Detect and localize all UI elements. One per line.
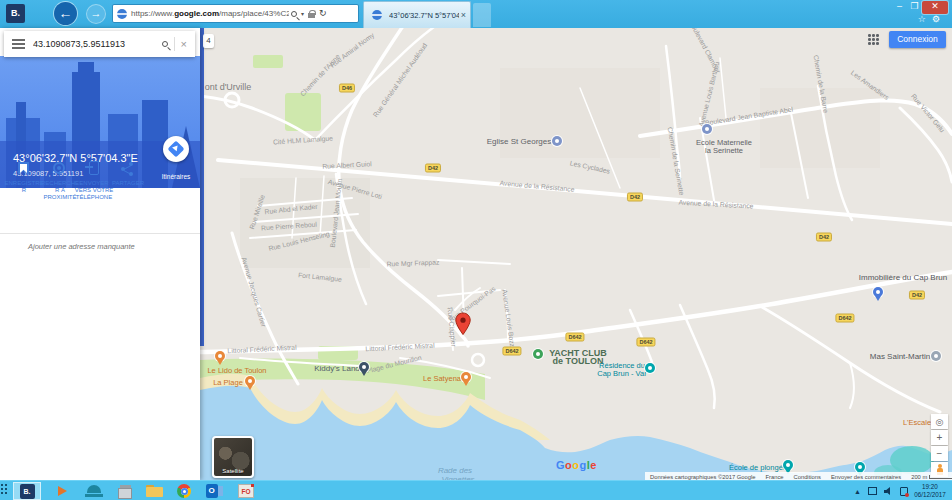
back-button[interactable]: ←	[54, 2, 77, 25]
file-stack-icon	[118, 485, 134, 498]
clear-search-icon[interactable]: ×	[181, 38, 187, 50]
send-to-phone-icon	[89, 161, 99, 175]
road-badge: D642	[636, 338, 655, 347]
url-text[interactable]: https://www.google.com/maps/place/43%C2%…	[131, 9, 289, 18]
save-button[interactable]: ENREGISTRER	[4, 160, 44, 194]
server-dome-icon	[85, 485, 103, 497]
road-badge: D42	[425, 164, 441, 173]
start-button[interactable]	[1, 484, 9, 498]
sign-in-button[interactable]: Connexion	[889, 31, 946, 48]
tab-title: 43°06'32.7"N 5°57'04.3"E - ...	[389, 11, 459, 20]
my-location-button[interactable]	[931, 414, 948, 429]
terms-link[interactable]: Conditions	[794, 474, 821, 480]
poi-pin-icon[interactable]	[931, 351, 941, 361]
lock-icon	[308, 13, 315, 18]
taskbar-item-b-app[interactable]: B.	[13, 482, 41, 500]
directions-label: Itinéraires	[148, 173, 200, 180]
minimize-button[interactable]: –	[892, 1, 907, 13]
satellite-layer-toggle[interactable]: Satellite	[212, 436, 254, 478]
road-badge: D642	[565, 333, 584, 342]
google-apps-grid-icon[interactable]	[868, 34, 880, 46]
attribution-text: Données cartographiques ©2017 Google	[650, 474, 755, 480]
tab-favicon	[372, 10, 382, 20]
maps-side-panel: 43.1090873,5.9511913 × 43°06'32.7"N 5°57…	[0, 28, 200, 480]
poi-pin-icon[interactable]	[533, 349, 543, 359]
poi-pin-icon[interactable]	[461, 372, 471, 382]
tab-close-icon[interactable]: ×	[461, 10, 466, 20]
nearby-target-icon	[53, 162, 65, 174]
map-attribution-bar: Données cartographiques ©2017 Google Fra…	[645, 472, 952, 480]
window-edge-artifact	[200, 28, 204, 346]
settings-gear-icon[interactable]: ⚙	[932, 14, 940, 24]
close-window-button[interactable]: ✕	[922, 1, 948, 14]
fo-app-icon: FO	[238, 484, 254, 498]
poi-pin-icon[interactable]	[359, 362, 369, 372]
favorites-star-icon[interactable]: ☆	[918, 14, 926, 24]
maps-search-box[interactable]: 43.1090873,5.9511913 ×	[4, 31, 195, 57]
road-badge: D42	[627, 193, 643, 202]
map-base-graphics	[200, 28, 952, 480]
hidden-icons-arrow[interactable]: ▲	[854, 488, 861, 495]
forward-button[interactable]: →	[87, 5, 105, 23]
outlook-icon	[206, 484, 223, 498]
menu-icon[interactable]	[12, 37, 25, 51]
new-tab-button[interactable]	[473, 3, 491, 27]
poi-pin-icon[interactable]	[215, 351, 225, 361]
taskbar-item-explorer[interactable]	[140, 482, 168, 500]
address-bar[interactable]: https://www.google.com/maps/place/43%C2%…	[112, 4, 359, 23]
map-scale: 200 m	[911, 474, 952, 480]
search-icon[interactable]	[291, 11, 297, 17]
poi-pin-icon[interactable]	[783, 460, 793, 470]
map-overlay-number: 4	[203, 34, 214, 48]
zoom-out-button[interactable]: −	[931, 446, 948, 461]
search-icon[interactable]	[162, 41, 168, 47]
taskbar-item-outlook[interactable]	[200, 482, 228, 500]
attribution-country[interactable]: France	[765, 474, 783, 480]
road-badge: D642	[835, 314, 854, 323]
launcher-arrow-icon	[58, 486, 67, 496]
browser-chrome: B. ← → https://www.google.com/maps/place…	[0, 0, 952, 28]
poi-pin-icon[interactable]	[702, 124, 712, 134]
feedback-link[interactable]: Envoyer des commentaires	[831, 474, 901, 480]
road-badge: D46	[339, 84, 355, 93]
poi-pin-icon[interactable]	[245, 376, 255, 386]
taskbar-item-fo[interactable]: FO	[232, 482, 260, 500]
map-canvas[interactable]: 4 ont d'UrvilleRue Amiral NomyChemin de …	[200, 28, 952, 480]
zoom-in-button[interactable]: +	[931, 430, 948, 445]
road-badge: D42	[816, 233, 832, 242]
map-marker[interactable]	[455, 312, 471, 336]
directions-button[interactable]	[163, 136, 189, 162]
action-center-flag-icon[interactable]	[900, 487, 908, 496]
poi-pin-icon[interactable]	[645, 363, 655, 373]
refresh-icon[interactable]: ↻	[319, 9, 327, 18]
restore-button[interactable]: ❐	[907, 1, 922, 13]
chrome-icon	[177, 484, 191, 498]
taskbar-item-chrome[interactable]	[170, 482, 198, 500]
poi-pin-icon[interactable]	[855, 462, 865, 472]
poi-pin-icon[interactable]	[552, 136, 562, 146]
desktop-screen: B. ← → https://www.google.com/maps/place…	[0, 0, 952, 500]
road-badge: D42	[909, 291, 925, 300]
window-tray-icon[interactable]	[868, 487, 877, 495]
road-badge: D642	[502, 347, 521, 356]
share-icon	[108, 160, 148, 178]
browser-tab[interactable]: 43°06'32.7"N 5°57'04.3"E - ... ×	[363, 1, 471, 28]
taskbar-item-launcher[interactable]	[48, 482, 76, 500]
chevron-down-icon[interactable]: ▾	[301, 10, 304, 17]
poi-pin-icon[interactable]	[873, 287, 883, 297]
taskbar-item-server[interactable]	[80, 482, 108, 500]
taskbar-clock[interactable]: 19:20 06/12/2017	[910, 483, 950, 499]
site-globe-icon	[117, 9, 127, 19]
add-missing-address-link[interactable]: Ajouter une adresse manquante	[28, 242, 135, 251]
share-button[interactable]: PARTAGER	[108, 160, 148, 187]
app-logo: B.	[6, 4, 25, 23]
volume-icon[interactable]	[884, 487, 893, 495]
folder-icon	[146, 485, 163, 497]
search-input[interactable]: 43.1090873,5.9511913	[33, 39, 162, 49]
google-logo: Google	[556, 459, 597, 471]
taskbar-item-files[interactable]	[112, 482, 140, 500]
windows-taskbar: B. FO ▲ 19:20 06/12/2017	[0, 480, 952, 500]
